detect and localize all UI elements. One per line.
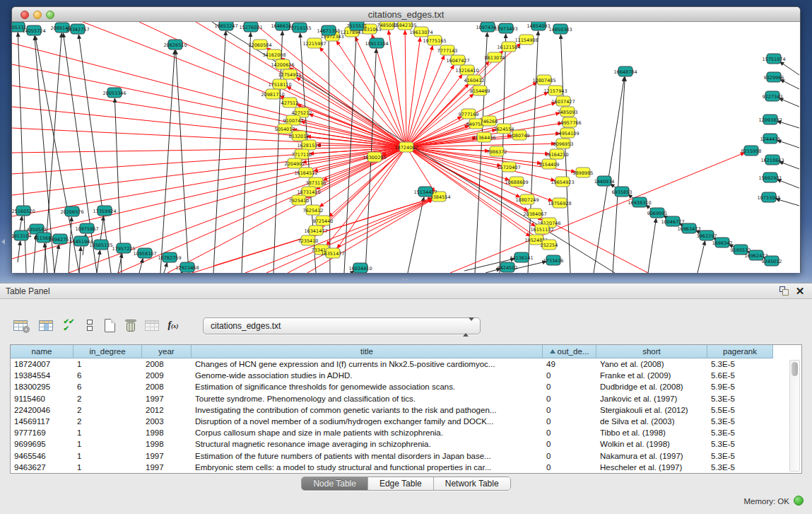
table-cell[interactable]: 0 (543, 438, 596, 450)
table-row[interactable]: 946362711997Embryonic stem cells: a mode… (11, 462, 790, 473)
graph-node[interactable]: 7986372 (487, 146, 507, 156)
table-cell[interactable]: Nakamura et al. (1997) (596, 450, 707, 462)
table-cell[interactable]: Wolkin et al. (1998) (596, 438, 707, 450)
graph-node[interactable]: 19957766 (558, 117, 581, 127)
table-cell[interactable]: de Silva et al. (2003) (596, 416, 707, 427)
column-header-indegree[interactable]: in_degree (73, 345, 142, 358)
table-cell[interactable]: 9463627 (11, 462, 73, 473)
graph-node[interactable]: 9154469 (470, 86, 490, 95)
table-cell[interactable]: Structural magnetic resonance image aver… (192, 438, 543, 450)
clear-selection-button[interactable] (81, 316, 99, 334)
column-header-outde[interactable]: out_de... (543, 345, 596, 358)
delete-column-button[interactable] (122, 316, 140, 334)
table-cell[interactable]: 18300295 (11, 381, 73, 392)
table-cell[interactable]: 0 (543, 427, 596, 438)
graph-node[interactable]: 10733045 (757, 192, 780, 202)
table-cell[interactable]: 0 (543, 416, 596, 427)
table-cell[interactable]: 5.5E-5 (707, 404, 773, 416)
graph-node[interactable]: 4160412 (464, 75, 485, 85)
table-cell[interactable]: 0 (543, 381, 596, 392)
table-cell[interactable]: 1 (73, 358, 142, 370)
table-cell[interactable]: 5.3E-5 (707, 393, 773, 404)
table-cell[interactable]: 14569117 (11, 416, 73, 427)
table-cell[interactable]: 1 (73, 450, 142, 462)
graph-node[interactable]: 7777143 (437, 45, 458, 55)
graph-node[interactable]: 9245012 (762, 256, 782, 266)
table-cell[interactable]: 0 (543, 404, 596, 416)
table-cell[interactable]: 2008 (142, 381, 192, 392)
column-header-name[interactable]: name (11, 345, 73, 358)
graph-node[interactable]: 9424502 (498, 262, 518, 272)
tab-node-table[interactable]: Node Table (302, 477, 368, 490)
table-cell[interactable]: 2 (73, 404, 142, 416)
graph-node[interactable]: 14850383 (548, 24, 572, 34)
graph-node[interactable]: 7485093 (558, 107, 578, 117)
table-row[interactable]: 1872400712008Changes of HCN gene express… (11, 358, 790, 370)
table-cell[interactable]: Embryonic stem cells: a model to study s… (192, 462, 543, 473)
graph-node[interactable]: 16164512 (294, 168, 317, 177)
graph-node[interactable]: 7717110 (292, 149, 312, 159)
table-cell[interactable]: 9699695 (11, 438, 73, 450)
close-panel-icon[interactable]: ✕ (794, 285, 806, 298)
graph-node[interactable]: 6935853 (612, 187, 632, 197)
graph-node[interactable]: 20206576 (60, 206, 83, 216)
table-cell[interactable]: 9115460 (11, 393, 73, 404)
graph-node[interactable]: 16121504 (497, 42, 520, 52)
table-cell[interactable]: Estimation of the future numbers of pati… (192, 450, 543, 462)
table-cell[interactable]: 2008 (142, 358, 192, 370)
graph-node[interactable]: 15751074 (762, 54, 785, 64)
table-cell[interactable]: 5.3E-5 (707, 358, 773, 370)
table-cell[interactable]: Changes of HCN gene expression and I(f) … (192, 358, 543, 370)
column-header-short[interactable]: short (596, 345, 707, 358)
graph-node[interactable]: 10958107 (133, 248, 156, 258)
graph-node[interactable]: 12923468 (175, 262, 199, 272)
graph-node[interactable]: 12754911 (278, 69, 301, 79)
graph-node[interactable]: 9725440 (313, 216, 334, 226)
table-row[interactable]: 946554611997Estimation of the future num… (11, 450, 790, 462)
graph-node[interactable]: 22060584 (248, 40, 271, 49)
table-cell[interactable]: 0 (543, 462, 596, 473)
graph-node[interactable]: 16341477 (304, 226, 327, 235)
graph-node[interactable]: 16034410 (348, 263, 372, 273)
table-row[interactable]: 2242004622012Investigating the contribut… (11, 404, 790, 416)
table-cell[interactable]: 0 (543, 450, 596, 462)
table-mode-button[interactable] (11, 316, 30, 334)
table-cell[interactable]: 6 (73, 370, 142, 381)
table-row[interactable]: 1456911722003Disruption of a novel membe… (11, 416, 790, 427)
table-row[interactable]: 969969511998Structural magnetic resonanc… (11, 438, 790, 450)
table-cell[interactable]: 0 (543, 393, 596, 404)
tab-network-table[interactable]: Network Table (434, 477, 510, 490)
graph-node[interactable]: 18913104 (365, 38, 388, 48)
graph-node[interactable]: 11154908 (514, 35, 538, 45)
graph-node[interactable]: 25160520 (12, 206, 35, 216)
graph-node[interactable]: 16047427 (446, 55, 469, 65)
panel-divider-grip[interactable] (402, 279, 409, 282)
graph-node[interactable]: 17957225 (112, 243, 135, 253)
tab-edge-table[interactable]: Edge Table (368, 477, 434, 490)
graph-node[interactable]: 7625412 (303, 205, 324, 215)
graph-node[interactable]: 10688609 (505, 177, 528, 187)
table-cell[interactable]: 49 (543, 358, 596, 370)
table-cell[interactable]: 5.9E-5 (707, 381, 773, 392)
graph-node[interactable]: 19654923 (551, 177, 574, 187)
table-cell[interactable]: Estimation of significance thresholds fo… (192, 381, 543, 392)
function-builder-button[interactable]: f(x) (164, 316, 182, 334)
graph-node[interactable]: 20981710 (261, 89, 284, 99)
graph-node[interactable]: 1696347 (712, 238, 733, 247)
table-cell[interactable]: 22420046 (11, 404, 73, 416)
table-cell[interactable]: Yano et al. (2008) (596, 358, 707, 370)
table-cell[interactable]: 9777169 (11, 427, 73, 438)
graph-node[interactable]: 14854093 (526, 22, 550, 30)
table-cell[interactable]: 2 (73, 416, 142, 427)
table-cell[interactable]: Investigating the contribution of common… (192, 404, 543, 416)
table-row[interactable]: 1830029562008Estimation of significance … (11, 381, 790, 392)
table-cell[interactable]: 1997 (142, 393, 192, 404)
graph-node[interactable]: 9329966 (764, 72, 784, 82)
column-header-title[interactable]: title (192, 345, 543, 358)
graph-node[interactable]: 9069991 (647, 208, 668, 218)
memory-ok-icon[interactable] (794, 496, 804, 506)
column-header-year[interactable]: year (142, 345, 192, 358)
graph-node[interactable]: 12093832 (758, 115, 782, 124)
graph-node[interactable]: 15692931 (758, 173, 782, 182)
graph-node[interactable]: 16648784 (613, 66, 637, 76)
